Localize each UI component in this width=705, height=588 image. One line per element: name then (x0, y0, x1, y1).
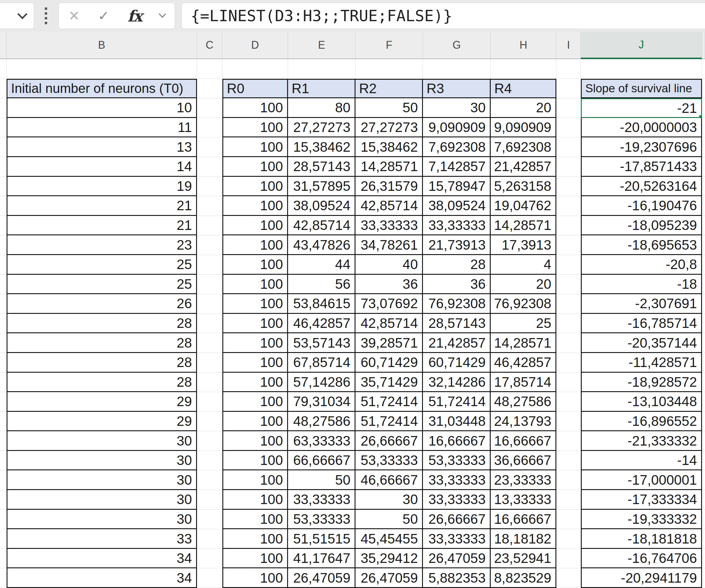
cell-H18[interactable]: 48,27586 (491, 392, 556, 412)
cell-A13[interactable] (0, 294, 7, 314)
cell-C27[interactable] (197, 568, 222, 588)
cell-B7[interactable]: 19 (7, 177, 197, 196)
cell-G9[interactable]: 33,33333 (423, 216, 491, 236)
cell-A17[interactable] (0, 373, 7, 393)
cell-H13[interactable]: 76,92308 (491, 294, 556, 314)
cell-G13[interactable]: 76,92308 (423, 294, 491, 314)
cell-I11[interactable] (556, 255, 581, 275)
column-header-H[interactable]: H (491, 32, 556, 59)
cell-G10[interactable]: 21,73913 (423, 235, 491, 255)
cell-E9[interactable]: 42,85714 (288, 216, 356, 236)
cell-C17[interactable] (197, 373, 222, 393)
cell-F18[interactable]: 51,72414 (356, 392, 423, 412)
cell-K21[interactable] (702, 451, 705, 471)
cell-G20[interactable]: 16,66667 (423, 431, 491, 451)
cell-F25[interactable]: 45,45455 (356, 529, 423, 549)
cell-C1[interactable] (197, 59, 222, 79)
cell-C14[interactable] (197, 314, 222, 333)
cell-H6[interactable]: 21,42857 (491, 157, 556, 177)
cell-J1[interactable] (581, 59, 702, 79)
cell-J21[interactable]: -14 (581, 451, 702, 471)
cell-D17[interactable]: 100 (222, 373, 288, 393)
cell-E12[interactable]: 56 (288, 275, 356, 295)
cell-C20[interactable] (197, 431, 222, 451)
cell-I26[interactable] (556, 549, 581, 569)
cell-F5[interactable]: 15,38462 (356, 137, 423, 157)
cell-K23[interactable] (702, 490, 705, 510)
cell-I24[interactable] (556, 510, 581, 530)
column-header-J[interactable]: J (581, 32, 702, 59)
cell-J6[interactable]: -17,8571433 (581, 157, 702, 177)
column-header-I[interactable]: I (556, 32, 581, 59)
cell-E23[interactable]: 33,33333 (288, 490, 356, 510)
cell-A7[interactable] (0, 177, 7, 196)
cell-D15[interactable]: 100 (222, 333, 288, 353)
cell-J22[interactable]: -17,000001 (581, 470, 702, 490)
cell-J25[interactable]: -18,181818 (581, 529, 702, 549)
cell-B17[interactable]: 28 (7, 373, 197, 393)
cell-D23[interactable]: 100 (222, 490, 288, 510)
cell-B19[interactable]: 29 (7, 412, 197, 432)
cell-A23[interactable] (0, 490, 7, 510)
cell-G7[interactable]: 15,78947 (423, 177, 491, 196)
cell-B4[interactable]: 11 (7, 118, 197, 138)
chevron-down-icon[interactable] (158, 10, 166, 18)
cell-K3[interactable] (702, 98, 705, 118)
cell-E21[interactable]: 66,66667 (288, 451, 356, 471)
column-header-K-partial[interactable] (702, 32, 705, 59)
cell-H3[interactable]: 20 (491, 98, 556, 118)
cell-E22[interactable]: 50 (288, 470, 356, 490)
cell-A10[interactable] (0, 235, 7, 255)
column-header-A-partial[interactable] (0, 32, 7, 59)
cell-J18[interactable]: -13,103448 (581, 392, 702, 412)
cell-A5[interactable] (0, 137, 7, 157)
cell-I18[interactable] (556, 392, 581, 412)
cell-G6[interactable]: 7,142857 (423, 157, 491, 177)
cancel-icon[interactable]: ✕ (68, 8, 80, 24)
cell-G19[interactable]: 31,03448 (423, 412, 491, 432)
cell-B21[interactable]: 30 (7, 451, 197, 471)
cell-H14[interactable]: 25 (491, 314, 556, 333)
cell-E25[interactable]: 51,51515 (288, 529, 356, 549)
cell-F13[interactable]: 73,07692 (356, 294, 423, 314)
column-header-G[interactable]: G (423, 32, 491, 59)
cell-I27[interactable] (556, 568, 581, 588)
cell-F1[interactable] (356, 59, 423, 79)
cell-J26[interactable]: -16,764706 (581, 549, 702, 569)
cell-K27[interactable] (702, 568, 705, 588)
cell-C22[interactable] (197, 470, 222, 490)
cell-I20[interactable] (556, 431, 581, 451)
cell-E27[interactable]: 26,47059 (288, 568, 356, 588)
cell-G16[interactable]: 60,71429 (423, 353, 491, 373)
cell-A9[interactable] (0, 216, 7, 236)
cell-I1[interactable] (556, 59, 581, 79)
cell-J2[interactable]: Slope of survival line (581, 79, 702, 98)
cell-D2[interactable]: R0 (222, 79, 288, 98)
cell-C7[interactable] (197, 177, 222, 196)
cell-H15[interactable]: 14,28571 (491, 333, 556, 353)
cell-H17[interactable]: 17,85714 (491, 373, 556, 393)
cell-F7[interactable]: 26,31579 (356, 177, 423, 196)
cell-F3[interactable]: 50 (356, 98, 423, 118)
cell-A4[interactable] (0, 118, 7, 138)
cell-G23[interactable]: 33,33333 (423, 490, 491, 510)
cell-C3[interactable] (197, 98, 222, 118)
cell-C10[interactable] (197, 235, 222, 255)
enter-icon[interactable]: ✓ (98, 8, 109, 24)
cell-K16[interactable] (702, 353, 705, 373)
cell-G18[interactable]: 51,72414 (423, 392, 491, 412)
cell-B8[interactable]: 21 (7, 196, 197, 216)
cell-D9[interactable]: 100 (222, 216, 288, 236)
cell-C23[interactable] (197, 490, 222, 510)
cell-B1[interactable] (7, 59, 197, 79)
cell-K8[interactable] (702, 196, 705, 216)
cell-I8[interactable] (556, 196, 581, 216)
cell-K10[interactable] (702, 235, 705, 255)
cell-E24[interactable]: 53,33333 (288, 510, 356, 530)
cell-F23[interactable]: 30 (356, 490, 423, 510)
cell-F12[interactable]: 36 (356, 275, 423, 295)
cell-C9[interactable] (197, 216, 222, 236)
cell-K13[interactable] (702, 294, 705, 314)
cell-H8[interactable]: 19,04762 (491, 196, 556, 216)
cell-A3[interactable] (0, 98, 7, 118)
